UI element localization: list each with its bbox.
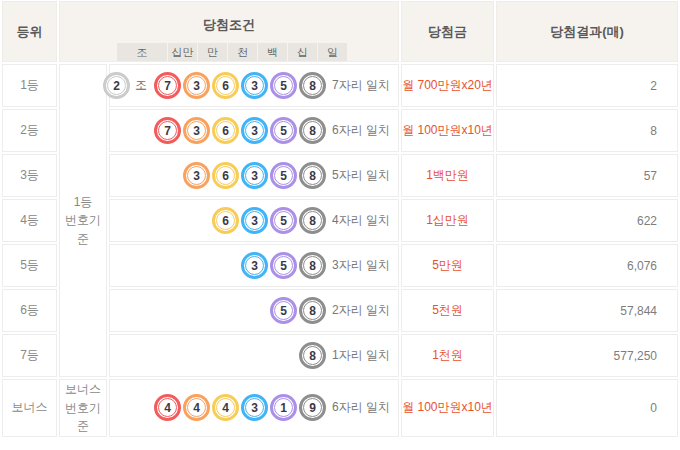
prize-cell: 월 100만원x10년 — [401, 109, 494, 152]
condition-inner: 81자리 일치 — [110, 342, 394, 369]
lottery-ball: 3 — [241, 117, 268, 144]
condition-header-label: 당첨조건 — [60, 16, 398, 34]
lottery-ball: 3 — [241, 394, 268, 421]
prize-cell: 5천원 — [401, 289, 494, 332]
condition-inner: 2조7363587자리 일치 — [110, 72, 394, 99]
condition-inner: 63584자리 일치 — [110, 207, 394, 234]
lottery-ball: 8 — [299, 162, 326, 189]
ball-number: 2 — [107, 76, 126, 95]
prize-cell: 5만원 — [401, 244, 494, 287]
ball-number: 3 — [245, 166, 264, 185]
lottery-ball: 3 — [183, 162, 210, 189]
match-label: 1자리 일치 — [326, 347, 394, 364]
rank-cell: 보너스 — [2, 379, 57, 437]
condition-inner: 363585자리 일치 — [110, 162, 394, 189]
result-column-header: 당첨결과(매) — [496, 1, 678, 62]
ball-number: 7 — [158, 76, 177, 95]
ball-number: 8 — [303, 256, 322, 275]
rank-cell: 7등 — [2, 334, 57, 377]
rank-cell: 4등 — [2, 199, 57, 242]
condition-inner: 582자리 일치 — [110, 297, 394, 324]
ball-number: 5 — [274, 121, 293, 140]
lottery-ball: 8 — [299, 297, 326, 324]
ball-number: 5 — [274, 301, 293, 320]
count-cell: 0 — [496, 379, 678, 437]
winning-balls: 444319 — [154, 394, 326, 421]
ball-number: 8 — [303, 211, 322, 230]
lottery-ball: 6 — [212, 207, 239, 234]
ball-number: 4 — [187, 398, 206, 417]
count-cell: 577,250 — [496, 334, 678, 377]
ball-number: 4 — [216, 398, 235, 417]
count-cell: 6,076 — [496, 244, 678, 287]
prize-cell: 1십만원 — [401, 199, 494, 242]
count-cell: 57,844 — [496, 289, 678, 332]
lottery-ball: 5 — [270, 297, 297, 324]
match-label: 7자리 일치 — [326, 77, 394, 94]
basis-line1: 보너스 — [60, 380, 106, 399]
condition-cell: 3583자리 일치 — [109, 244, 399, 287]
winning-balls: 358 — [241, 252, 326, 279]
lottery-ball: 3 — [183, 117, 210, 144]
basis-cell-first: 1등번호기준 — [59, 64, 107, 377]
lottery-ball: 5 — [270, 72, 297, 99]
lottery-results-table: 등위 당첨조건 조 십만 만 천 백 십 일 당첨금 당첨결과(매) 1등1등번… — [0, 0, 680, 439]
result-row: 보너스보너스번호기준4443196자리 일치월 100만원x10년0 — [2, 379, 678, 437]
lottery-ball: 3 — [183, 72, 210, 99]
winning-balls: 8 — [299, 342, 326, 369]
ball-number: 5 — [274, 256, 293, 275]
lottery-ball: 8 — [299, 72, 326, 99]
lottery-ball: 5 — [270, 207, 297, 234]
lottery-ball: 6 — [212, 162, 239, 189]
condition-cell: 2조7363587자리 일치 — [109, 64, 399, 107]
digit-header-10: 십 — [288, 43, 317, 61]
ball-number: 1 — [274, 398, 293, 417]
ball-number: 3 — [245, 76, 264, 95]
condition-cell: 7363586자리 일치 — [109, 109, 399, 152]
lottery-ball: 5 — [270, 252, 297, 279]
condition-inner: 4443196자리 일치 — [110, 394, 394, 421]
ball-number: 8 — [303, 166, 322, 185]
lottery-ball: 2 — [103, 72, 130, 99]
basis-line2: 번호기준 — [60, 211, 106, 248]
lottery-ball: 3 — [241, 162, 268, 189]
basis-cell-bonus: 보너스번호기준 — [59, 379, 107, 437]
rank-column-header: 등위 — [2, 1, 57, 62]
winning-balls: 36358 — [183, 162, 326, 189]
lottery-ball: 7 — [154, 117, 181, 144]
ball-number: 6 — [216, 76, 235, 95]
match-label: 5자리 일치 — [326, 167, 394, 184]
ball-number: 5 — [274, 166, 293, 185]
count-cell: 8 — [496, 109, 678, 152]
ball-number: 8 — [303, 346, 322, 365]
rank-cell: 2등 — [2, 109, 57, 152]
lottery-ball: 6 — [212, 72, 239, 99]
condition-inner: 3583자리 일치 — [110, 252, 394, 279]
prize-cell: 월 700만원x20년 — [401, 64, 494, 107]
rank-cell: 5등 — [2, 244, 57, 287]
ball-number: 3 — [187, 121, 206, 140]
lottery-ball: 1 — [270, 394, 297, 421]
ball-number: 6 — [216, 166, 235, 185]
count-cell: 57 — [496, 154, 678, 197]
digit-header-1: 일 — [318, 43, 347, 61]
result-row: 1등1등번호기준2조7363587자리 일치월 700만원x20년2 — [2, 64, 678, 107]
ball-number: 3 — [187, 76, 206, 95]
count-cell: 622 — [496, 199, 678, 242]
rank-cell: 3등 — [2, 154, 57, 197]
ball-number: 3 — [245, 256, 264, 275]
lottery-ball: 3 — [241, 207, 268, 234]
ball-number: 6 — [216, 121, 235, 140]
digit-header-jo: 조 — [117, 43, 167, 61]
ball-number: 5 — [274, 76, 293, 95]
match-label: 3자리 일치 — [326, 257, 394, 274]
winning-balls: 2조736358 — [103, 72, 326, 99]
match-label: 4자리 일치 — [326, 212, 394, 229]
lottery-ball: 5 — [270, 162, 297, 189]
prize-cell: 1백만원 — [401, 154, 494, 197]
condition-cell: 63584자리 일치 — [109, 199, 399, 242]
lottery-ball: 5 — [270, 117, 297, 144]
lottery-ball: 8 — [299, 117, 326, 144]
ball-number: 7 — [158, 121, 177, 140]
winning-balls: 58 — [270, 297, 326, 324]
